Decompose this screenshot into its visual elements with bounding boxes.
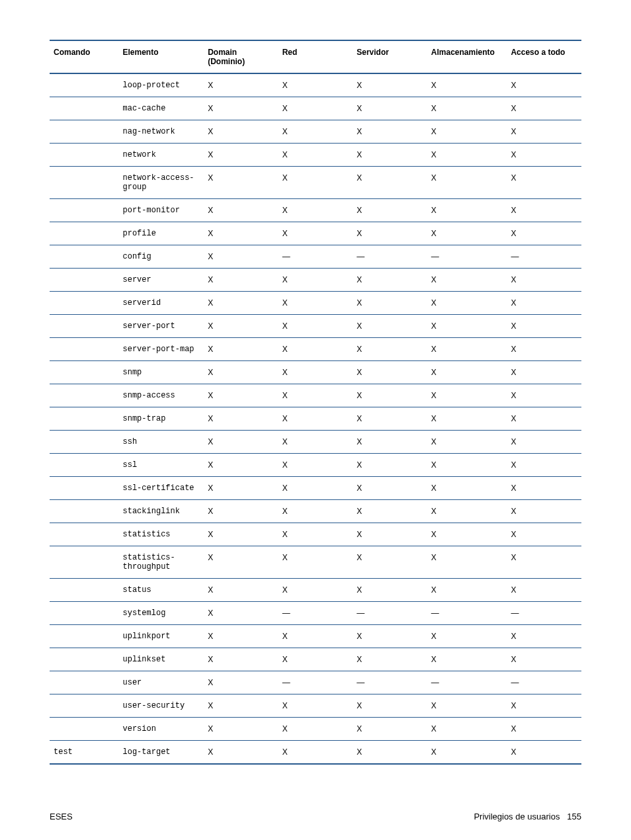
cell-servidor: X <box>353 407 427 431</box>
cell-comando <box>50 500 119 523</box>
table-row: configX———— <box>50 245 581 269</box>
cell-elemento: log-target <box>119 741 204 765</box>
cell-domain: X <box>204 73 278 97</box>
cell-comando <box>50 546 119 579</box>
cell-comando <box>50 671 119 694</box>
cell-servidor: X <box>353 694 427 718</box>
cell-red: X <box>278 97 353 120</box>
table-row: networkXXXXX <box>50 144 581 167</box>
table-row: userX———— <box>50 671 581 694</box>
cell-servidor: X <box>353 648 427 671</box>
cell-elemento: server-port <box>119 315 204 338</box>
cell-almac: X <box>427 579 507 602</box>
cell-almac: X <box>427 454 507 477</box>
cell-elemento: stackinglink <box>119 500 204 523</box>
cell-red: X <box>278 361 353 384</box>
cell-acceso: X <box>507 407 581 431</box>
cell-red: X <box>278 694 353 718</box>
cell-domain: X <box>204 199 278 222</box>
cell-comando: test <box>50 741 119 765</box>
cell-almac: X <box>427 718 507 741</box>
cell-domain: X <box>204 407 278 431</box>
cell-comando <box>50 315 119 338</box>
table-row: ssl-certificateXXXXX <box>50 477 581 500</box>
cell-red: X <box>278 144 353 167</box>
cell-acceso: X <box>507 477 581 500</box>
cell-comando <box>50 718 119 741</box>
cell-comando <box>50 477 119 500</box>
cell-red: X <box>278 222 353 245</box>
cell-almac: X <box>427 315 507 338</box>
cell-red: X <box>278 384 353 407</box>
table-row: sshXXXXX <box>50 431 581 454</box>
cell-red: X <box>278 407 353 431</box>
cell-domain: X <box>204 120 278 144</box>
cell-servidor: X <box>353 546 427 579</box>
cell-domain: X <box>204 477 278 500</box>
cell-elemento: profile <box>119 222 204 245</box>
cell-red: X <box>278 269 353 292</box>
cell-acceso: X <box>507 222 581 245</box>
cell-domain: X <box>204 523 278 546</box>
cell-almac: X <box>427 222 507 245</box>
cell-domain: X <box>204 454 278 477</box>
table-row: statusXXXXX <box>50 579 581 602</box>
cell-acceso: X <box>507 120 581 144</box>
table-row: systemlogX———— <box>50 602 581 625</box>
cell-elemento: status <box>119 579 204 602</box>
cell-almac: X <box>427 199 507 222</box>
cell-comando <box>50 167 119 199</box>
cell-servidor: — <box>353 671 427 694</box>
cell-almac: X <box>427 120 507 144</box>
cell-servidor: X <box>353 454 427 477</box>
cell-red: X <box>278 167 353 199</box>
cell-elemento: port-monitor <box>119 199 204 222</box>
cell-acceso: X <box>507 454 581 477</box>
header-elemento: Elemento <box>119 40 204 73</box>
cell-almac: X <box>427 431 507 454</box>
cell-servidor: X <box>353 579 427 602</box>
cell-acceso: X <box>507 292 581 315</box>
cell-servidor: — <box>353 245 427 269</box>
cell-elemento: statistics <box>119 523 204 546</box>
cell-domain: X <box>204 292 278 315</box>
footer-left: ESES <box>50 812 73 821</box>
cell-elemento: user-security <box>119 694 204 718</box>
cell-servidor: X <box>353 361 427 384</box>
cell-servidor: X <box>353 338 427 361</box>
cell-elemento: network-access-group <box>119 167 204 199</box>
table-row: uplinkportXXXXX <box>50 625 581 648</box>
cell-domain: X <box>204 625 278 648</box>
table-row: mac-cacheXXXXX <box>50 97 581 120</box>
cell-elemento: server-port-map <box>119 338 204 361</box>
cell-acceso: X <box>507 546 581 579</box>
cell-acceso: X <box>507 694 581 718</box>
cell-acceso: X <box>507 523 581 546</box>
cell-red: X <box>278 718 353 741</box>
cell-red: X <box>278 523 353 546</box>
cell-almac: X <box>427 523 507 546</box>
cell-almac: X <box>427 407 507 431</box>
cell-elemento: config <box>119 245 204 269</box>
cell-servidor: X <box>353 292 427 315</box>
cell-domain: X <box>204 648 278 671</box>
cell-comando <box>50 602 119 625</box>
cell-comando <box>50 407 119 431</box>
cell-comando <box>50 222 119 245</box>
cell-acceso: — <box>507 245 581 269</box>
cell-comando <box>50 625 119 648</box>
cell-comando <box>50 523 119 546</box>
cell-almac: X <box>427 625 507 648</box>
cell-comando <box>50 292 119 315</box>
cell-acceso: — <box>507 602 581 625</box>
cell-servidor: X <box>353 384 427 407</box>
cell-comando <box>50 384 119 407</box>
cell-acceso: X <box>507 500 581 523</box>
cell-servidor: X <box>353 97 427 120</box>
cell-acceso: X <box>507 741 581 765</box>
cell-elemento: server <box>119 269 204 292</box>
cell-almac: X <box>427 144 507 167</box>
cell-comando <box>50 361 119 384</box>
cell-red: X <box>278 338 353 361</box>
cell-domain: X <box>204 361 278 384</box>
